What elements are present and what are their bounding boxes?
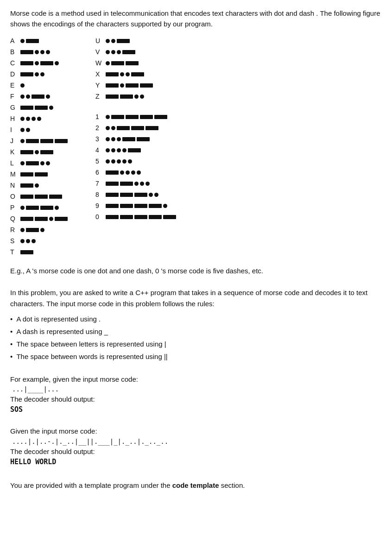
dot-symbol — [26, 128, 30, 132]
morse-letter-label: 2 — [95, 124, 104, 132]
dot-symbol — [145, 182, 150, 186]
morse-symbols — [106, 204, 167, 208]
morse-symbols — [106, 137, 150, 141]
morse-row: 5 — [95, 156, 176, 166]
dot-symbol — [20, 128, 25, 132]
dash-symbol — [35, 106, 48, 110]
morse-row: L — [10, 158, 68, 168]
dash-symbol — [32, 95, 44, 99]
example1-code: ...|____|... — [12, 385, 382, 393]
morse-letter-label: 3 — [95, 135, 104, 143]
dash-symbol — [122, 50, 135, 54]
rule-text: A dot is represented using . — [16, 313, 101, 325]
morse-col-right: UVWXYZ1234567890 — [95, 36, 176, 257]
dot-symbol — [46, 161, 50, 165]
dash-symbol — [131, 72, 144, 76]
morse-row: 8 — [95, 189, 176, 200]
morse-letter-label: 8 — [95, 191, 104, 198]
rule-item: • A dash is represented using _ — [10, 325, 382, 338]
morse-row: G — [10, 102, 68, 113]
dot-symbol — [40, 228, 44, 232]
bullet: • — [10, 350, 14, 363]
morse-letter-label: O — [10, 193, 19, 200]
morse-letter-label: K — [10, 148, 19, 156]
morse-symbols — [20, 72, 44, 76]
morse-letter-label: 9 — [95, 202, 104, 209]
dot-symbol — [106, 61, 110, 65]
dash-symbol — [117, 39, 130, 43]
dot-symbol — [32, 239, 36, 243]
bullet: • — [10, 338, 14, 350]
morse-symbols — [20, 50, 50, 54]
morse-symbols — [20, 83, 25, 88]
example1: For example, given the input morse code:… — [10, 374, 382, 414]
dot-symbol — [40, 72, 44, 76]
dot-symbol — [106, 39, 110, 43]
morse-symbols — [106, 159, 132, 164]
morse-row: C — [10, 58, 68, 68]
dot-symbol — [122, 159, 126, 164]
dash-symbol — [134, 193, 147, 197]
morse-row: Z — [95, 91, 176, 101]
morse-symbols — [106, 215, 176, 219]
dash-symbol — [154, 115, 167, 119]
dash-symbol — [163, 215, 176, 219]
dot-symbol — [120, 83, 124, 88]
dash-symbol — [131, 126, 144, 130]
morse-symbols — [106, 126, 158, 130]
dot-symbol — [49, 106, 53, 110]
dot-symbol — [20, 117, 25, 121]
morse-letter-label: M — [10, 170, 19, 178]
dash-symbol — [126, 61, 139, 65]
dash-symbol — [40, 150, 53, 154]
morse-letter-label: 6 — [95, 169, 104, 176]
morse-row: 4 — [95, 145, 176, 155]
dot-symbol — [26, 239, 30, 243]
morse-row: P — [10, 202, 68, 213]
dash-symbol — [126, 83, 139, 88]
dot-symbol — [20, 139, 25, 143]
morse-symbols — [20, 183, 39, 188]
dot-symbol — [111, 39, 115, 43]
morse-symbols — [20, 139, 68, 143]
dot-symbol — [40, 50, 44, 54]
dot-symbol — [20, 39, 25, 43]
morse-symbols — [106, 50, 135, 54]
morse-row: 6 — [95, 167, 176, 177]
morse-letter-label: R — [10, 226, 19, 233]
morse-symbols — [20, 128, 30, 132]
dot-symbol — [106, 115, 110, 119]
footer-text: You are provided with a template program… — [10, 480, 382, 491]
footer-bold: code template — [172, 481, 219, 489]
dash-symbol — [20, 195, 33, 199]
morse-symbols — [106, 115, 167, 119]
dot-symbol — [134, 95, 139, 99]
dot-symbol — [49, 217, 53, 221]
morse-symbols — [20, 195, 62, 199]
dash-symbol — [106, 170, 119, 175]
dot-symbol — [55, 61, 59, 65]
morse-symbols — [106, 39, 130, 43]
morse-letter-label: 5 — [95, 158, 104, 165]
morse-letter-label: V — [95, 48, 104, 56]
morse-row: H — [10, 113, 68, 124]
dot-symbol — [126, 170, 130, 175]
morse-letter-label: E — [10, 82, 19, 89]
dot-symbol — [20, 161, 25, 165]
rules-block: • A dot is represented using .• A dash i… — [10, 313, 382, 363]
dash-symbol — [140, 83, 153, 88]
bullet: • — [10, 313, 14, 325]
morse-symbols — [20, 228, 44, 232]
dot-symbol — [131, 170, 135, 175]
morse-symbols — [20, 95, 50, 99]
morse-row: O — [10, 191, 68, 202]
dash-symbol — [140, 115, 153, 119]
morse-row: A — [10, 36, 68, 46]
example2-decoder-label: The decoder should output: — [10, 446, 382, 457]
dash-symbol — [20, 217, 33, 221]
morse-row: 9 — [95, 201, 176, 211]
dot-symbol — [140, 95, 144, 99]
morse-letter-label: 1 — [95, 113, 104, 120]
dash-symbol — [20, 183, 33, 188]
morse-row: X — [95, 69, 176, 79]
